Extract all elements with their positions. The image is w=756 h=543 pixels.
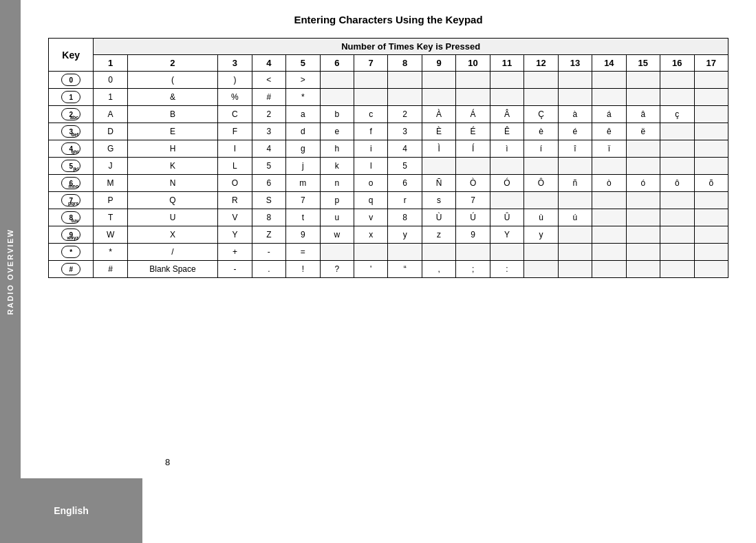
table-cell: ; <box>456 261 490 278</box>
table-row: 2abcABC2abc2ÀÁÂÇàáâç <box>49 106 728 123</box>
table-cell <box>524 89 558 106</box>
table-row: ##Blank Space-.!?'“,;: <box>49 261 728 278</box>
table-cell <box>626 158 660 175</box>
table-cell: e <box>320 123 354 140</box>
table-cell: J <box>94 158 127 175</box>
table-cell <box>422 72 455 89</box>
key-icon-circle: 5jkl <box>61 160 80 172</box>
table-cell: I <box>218 140 252 158</box>
table-cell: D <box>94 123 127 140</box>
table-cell <box>626 261 660 278</box>
table-cell <box>320 72 354 89</box>
table-cell: 8 <box>252 209 285 226</box>
table-cell: “ <box>388 261 422 278</box>
key-icon-circle: * <box>61 246 80 258</box>
table-cell: S <box>252 192 285 209</box>
table-cell <box>320 89 354 106</box>
table-cell <box>592 261 626 278</box>
table-cell <box>694 158 728 175</box>
table-cell: î <box>558 140 592 158</box>
table-cell: Y <box>218 226 252 244</box>
table-cell: B <box>127 106 217 123</box>
table-cell: Ù <box>422 209 455 226</box>
table-cell <box>592 158 626 175</box>
table-cell: y <box>524 226 558 244</box>
table-cell <box>694 123 728 140</box>
table-cell <box>354 72 387 89</box>
table-cell: K <box>127 158 217 175</box>
table-cell: u <box>320 209 354 226</box>
table-cell <box>490 89 523 106</box>
table-cell: 1 <box>94 89 127 106</box>
key-icon-8: 8tuv <box>49 209 94 226</box>
key-icon-9: 9wxyz <box>49 226 94 244</box>
table-cell: á <box>592 106 626 123</box>
key-icon-circle: 6mno <box>61 177 80 189</box>
table-cell <box>354 89 387 106</box>
table-cell <box>524 158 558 175</box>
table-cell: F <box>218 123 252 140</box>
table-cell: Á <box>456 106 490 123</box>
key-icon-5: 5jkl <box>49 158 94 175</box>
table-cell <box>660 123 694 140</box>
table-cell: ) <box>218 72 252 89</box>
col-header-1: 1 <box>94 55 127 72</box>
table-cell <box>660 140 694 158</box>
key-icon-circle: 2abc <box>61 108 80 120</box>
table-cell: N <box>127 175 217 192</box>
table-cell <box>694 72 728 89</box>
table-cell <box>388 72 422 89</box>
sidebar-label: RADIO OVERVIEW <box>6 228 14 315</box>
table-cell: ï <box>592 140 626 158</box>
table-header-row-1: KeyNumber of Times Key is Pressed <box>49 39 728 55</box>
table-cell: = <box>286 244 320 261</box>
table-cell <box>490 158 523 175</box>
table-cell: 2 <box>388 106 422 123</box>
table-cell: ê <box>592 123 626 140</box>
table-row: 7pqrsPQRS7pqrs7 <box>49 192 728 209</box>
table-cell: Ê <box>490 123 523 140</box>
table-cell: g <box>286 140 320 158</box>
key-icon-circle: 3def <box>61 125 80 138</box>
bottom-tab-label: English <box>54 505 89 516</box>
col-header-3: 3 <box>218 55 252 72</box>
table-cell: & <box>127 89 217 106</box>
table-cell: : <box>490 261 523 278</box>
key-column-empty: Key <box>49 39 94 72</box>
table-cell: ò <box>592 175 626 192</box>
table-cell: j <box>286 158 320 175</box>
key-icon-circle: 0 <box>61 74 80 86</box>
bottom-tab[interactable]: English <box>0 478 142 543</box>
table-cell: , <box>422 261 455 278</box>
table-cell <box>626 209 660 226</box>
table-cell <box>626 89 660 106</box>
table-cell: V <box>218 209 252 226</box>
table-cell <box>694 89 728 106</box>
table-cell: Y <box>490 226 523 244</box>
table-cell: i <box>354 140 387 158</box>
table-cell: d <box>286 123 320 140</box>
table-cell <box>694 209 728 226</box>
table-cell: 4 <box>388 140 422 158</box>
table-cell: - <box>218 261 252 278</box>
table-cell <box>694 261 728 278</box>
table-cell: ñ <box>558 175 592 192</box>
table-cell <box>592 89 626 106</box>
table-cell: é <box>558 123 592 140</box>
table-cell: À <box>422 106 455 123</box>
table-row: 00()<> <box>49 72 728 89</box>
sidebar: RADIO OVERVIEW <box>0 0 21 543</box>
table-cell: õ <box>694 175 728 192</box>
table-cell <box>626 192 660 209</box>
table-cell <box>524 192 558 209</box>
table-cell <box>660 261 694 278</box>
table-cell: o <box>354 175 387 192</box>
key-icon-circle: 8tuv <box>61 211 80 224</box>
key-icon-circle: 7pqrs <box>61 194 80 206</box>
table-cell: Ô <box>524 175 558 192</box>
table-cell <box>388 89 422 106</box>
table-cell <box>524 261 558 278</box>
table-cell: Z <box>252 226 285 244</box>
table-cell: 4 <box>252 140 285 158</box>
table-cell: ô <box>660 175 694 192</box>
